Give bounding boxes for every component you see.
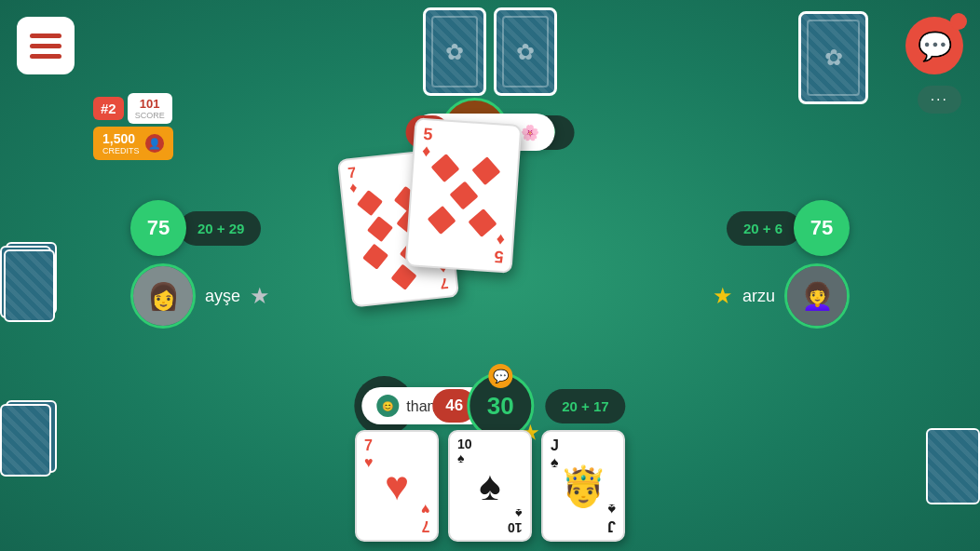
hand-card-10s[interactable]: 10♠ 10♠ ♠ [448, 430, 532, 542]
game-table: #2 101 SCORE 1,500 CREDITS 👤 💬 ··· ✿ ✿ [0, 0, 980, 551]
left-player-points: 20 + 29 [179, 211, 261, 246]
score-value: 101 [140, 97, 160, 111]
right-player-name: arzu [742, 287, 775, 306]
right-player-avatar: 👩‍🦱 [784, 263, 850, 329]
hand-card-js-rank-br: J♠ [607, 502, 616, 534]
credits-box: 1,500 CREDITS 👤 [93, 127, 173, 160]
hand-card-js-face: 🤴 [559, 464, 607, 509]
credits-icon: 👤 [145, 134, 164, 153]
right-player-score: 75 [794, 200, 850, 256]
top-opponent-cards: ✿ ✿ [423, 7, 557, 96]
right-bottom-card [926, 428, 980, 504]
card-back-emblem: ✿ [445, 39, 464, 65]
right-player: 20 + 6 75 ★ arzu 👩‍🦱 [713, 200, 850, 329]
hand-card-10s-rank-br: 10♠ [508, 505, 523, 534]
bottom-chat-icon: 😊 [376, 395, 399, 417]
score-box: 101 SCORE [128, 93, 172, 124]
left-player-star: ★ [250, 283, 270, 309]
hand-card-7h-rank: 7♥ [364, 437, 374, 470]
hand-card-js[interactable]: J♠ J♠ 🤴 [541, 430, 625, 542]
right-bottom-stack [926, 428, 980, 504]
more-button[interactable]: ··· [918, 86, 961, 114]
left-player-score-row: 75 20 + 29 [130, 200, 270, 256]
left-stack-card-3 [4, 249, 55, 322]
right-card-back: ✿ [798, 11, 868, 104]
card-back-emblem-2: ✿ [516, 39, 535, 65]
left-player-info: 👩 ayşe ★ [130, 263, 270, 329]
credits-label: CREDITS [102, 146, 140, 155]
left-bottom-stack-2 [0, 404, 51, 477]
right-top-card: ✿ [798, 11, 868, 104]
hand-card-7h[interactable]: 7♥ 7♥ ♥ [355, 430, 439, 542]
right-player-star: ★ [713, 283, 733, 309]
score-label: SCORE [135, 111, 165, 120]
notification-dot [950, 13, 967, 30]
hand-card-7h-suit: ♥ [385, 463, 409, 509]
opponent-card-1: ✿ [423, 7, 486, 96]
left-player-name: ayşe [205, 287, 240, 306]
left-player-avatar: 👩 [130, 263, 196, 329]
right-player-info: ★ arzu 👩‍🦱 [713, 263, 850, 329]
center-card-5d: 5♦ 5♦ [405, 117, 523, 274]
hand-card-js-rank: J♠ [551, 437, 559, 470]
menu-bar-3 [30, 54, 61, 59]
hand-card-10s-suit: ♠ [479, 463, 500, 509]
right-player-points: 20 + 6 [727, 211, 801, 246]
bottom-hand-cards: 7♥ 7♥ ♥ 10♠ 10♠ ♠ J♠ J♠ 🤴 [355, 430, 625, 542]
chat-button[interactable]: 💬 [905, 17, 963, 74]
bottom-emoji-bubble: 💬 [488, 364, 512, 388]
bottom-player-points: 20 + 17 [545, 389, 625, 423]
hand-card-10s-rank: 10♠ [457, 437, 472, 466]
menu-bar-2 [30, 44, 61, 48]
left-player: 75 20 + 29 👩 ayşe ★ [130, 200, 270, 329]
menu-button[interactable] [17, 17, 75, 74]
chat-icon: 💬 [918, 30, 952, 62]
menu-bar-1 [30, 34, 61, 38]
opponent-card-2: ✿ [494, 7, 557, 96]
hand-card-7h-rank-br: 7♥ [421, 502, 430, 534]
score-panel: #2 101 SCORE 1,500 CREDITS 👤 [93, 93, 173, 160]
rank-badge: #2 [93, 97, 124, 120]
right-player-score-row: 20 + 6 75 [713, 200, 850, 256]
credits-value: 1,500 [102, 131, 135, 146]
left-player-score: 75 [130, 200, 186, 256]
